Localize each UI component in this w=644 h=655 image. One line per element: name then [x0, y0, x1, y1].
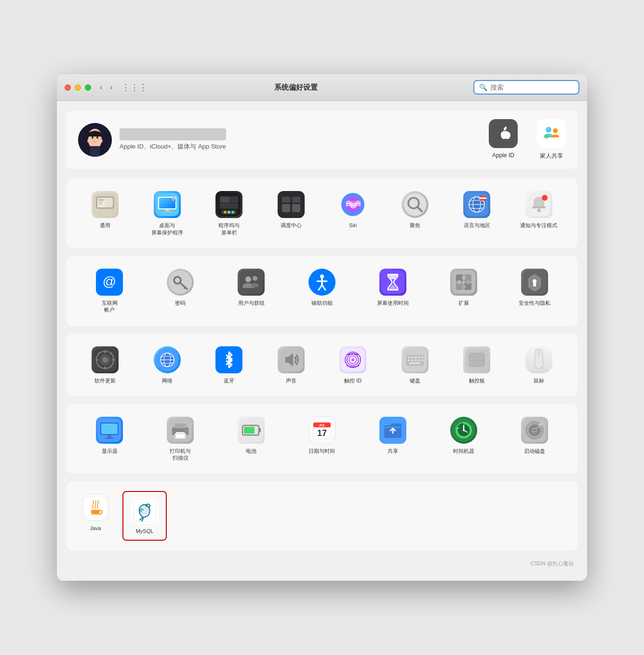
svg-point-6 — [553, 128, 558, 133]
desktop-item[interactable]: 桌面与屏幕保护程序 — [138, 188, 197, 239]
svg-rect-13 — [98, 202, 103, 203]
trackpad-icon — [463, 346, 490, 373]
svg-rect-26 — [220, 197, 230, 203]
java-item[interactable]: Java — [76, 491, 115, 540]
svg-rect-121 — [469, 353, 484, 367]
back-button[interactable]: ‹ — [97, 82, 105, 93]
notify-icon — [525, 191, 552, 218]
svg-rect-110 — [411, 356, 414, 358]
sharing-item[interactable]: 共享 — [359, 414, 426, 464]
notify-item[interactable]: 通知与专注模式 — [510, 188, 568, 239]
display-item[interactable]: 显示器 — [76, 414, 143, 464]
ext-item[interactable]: 扩展 — [430, 266, 497, 316]
printer-item[interactable]: 打印机与扫描仪 — [147, 414, 214, 464]
svg-rect-83 — [533, 283, 536, 287]
timemachine-item[interactable]: 时间机器 — [430, 414, 497, 464]
apple-id-item[interactable]: Apple ID — [489, 119, 518, 160]
startup-label: 启动磁盘 — [524, 448, 545, 454]
printer-label: 打印机与扫描仪 — [170, 448, 191, 462]
password-item[interactable]: 密码 — [147, 266, 214, 316]
bluetooth-icon — [215, 346, 242, 373]
keyboard-item[interactable]: 键盘 — [386, 343, 444, 387]
trackpad-label: 触控板 — [469, 377, 485, 384]
mysql-label: MySQL — [136, 528, 154, 534]
minimize-button[interactable] — [75, 84, 81, 91]
search-input[interactable] — [490, 83, 574, 91]
close-button[interactable] — [65, 84, 71, 91]
language-item[interactable]: 语言与地区 — [448, 188, 506, 239]
bluetooth-item[interactable]: 蓝牙 — [200, 343, 258, 387]
software-icon — [92, 346, 119, 373]
window-title: 系统偏好设置 — [124, 83, 468, 92]
timemachine-label: 时间机器 — [453, 448, 474, 454]
forward-button[interactable]: › — [107, 82, 115, 93]
svg-rect-35 — [292, 197, 300, 203]
sharing-label: 共享 — [388, 448, 398, 454]
spotlight-icon — [402, 191, 429, 218]
dock-item[interactable]: 程序坞与菜单栏 — [200, 188, 258, 239]
svg-point-63 — [245, 276, 251, 282]
svg-rect-161 — [539, 423, 543, 425]
svg-rect-2 — [90, 146, 100, 157]
family-sharing-item[interactable]: 家人共享 — [537, 119, 566, 160]
battery-item[interactable]: 电池 — [218, 414, 285, 464]
timemachine-icon — [450, 417, 477, 444]
keyboard-label: 键盘 — [410, 377, 420, 384]
svg-rect-136 — [176, 434, 185, 438]
section-1: 通用 — [67, 178, 577, 248]
svg-rect-109 — [408, 356, 410, 358]
sound-item[interactable]: 声音 — [262, 343, 321, 387]
profile-right: Apple ID 家人共享 — [489, 119, 566, 160]
svg-rect-114 — [408, 359, 410, 361]
datetime-item[interactable]: JUL 17 日期与时间 — [289, 414, 356, 464]
desktop-icon — [154, 191, 181, 218]
svg-point-106 — [351, 358, 354, 361]
mysql-item[interactable]: MySQL — [125, 494, 164, 537]
network-item[interactable]: 网络 — [138, 343, 197, 387]
svg-rect-119 — [409, 362, 421, 364]
touchid-item[interactable]: 触控 ID — [324, 343, 382, 387]
svg-point-53 — [537, 209, 540, 212]
screentime-item[interactable]: 屏幕使用时间 — [359, 266, 426, 316]
fullscreen-button[interactable] — [85, 84, 91, 91]
svg-rect-88 — [104, 350, 106, 353]
profile-section[interactable]: ██████ Apple ID、iCloud+、媒体与 App Store Ap… — [67, 110, 577, 169]
password-label: 密码 — [175, 300, 186, 306]
siri-icon — [339, 191, 366, 218]
svg-rect-118 — [421, 359, 423, 361]
internet-item[interactable]: @ 互联网帐户 — [76, 266, 143, 316]
svg-point-31 — [228, 211, 230, 214]
mission-item[interactable]: 调度中心 — [262, 188, 321, 239]
mouse-item[interactable]: 鼠标 — [510, 343, 568, 387]
svg-rect-50 — [480, 199, 486, 201]
svg-point-82 — [533, 279, 537, 283]
language-icon — [463, 191, 490, 218]
svg-rect-90 — [95, 359, 98, 361]
security-icon — [521, 269, 548, 296]
users-item[interactable]: 用户与群组 — [218, 266, 285, 316]
svg-point-154 — [463, 429, 465, 431]
system-preferences-window: ‹ › ⋮⋮⋮ 系统偏好设置 🔍 — [57, 74, 587, 580]
svg-rect-130 — [105, 437, 114, 439]
security-item[interactable]: 安全性与隐私 — [501, 266, 568, 316]
svg-rect-19 — [165, 209, 169, 211]
access-item[interactable]: 辅助功能 — [289, 266, 356, 316]
avatar — [78, 123, 112, 157]
startup-item[interactable]: 启动磁盘 — [501, 414, 568, 464]
svg-rect-111 — [415, 356, 417, 358]
siri-item[interactable]: Siri — [324, 188, 382, 239]
svg-rect-140 — [259, 428, 261, 432]
datetime-label: 日期与时间 — [309, 448, 335, 454]
search-bar[interactable]: 🔍 — [473, 80, 579, 95]
screentime-icon — [379, 269, 406, 296]
software-item[interactable]: 软件更新 — [76, 343, 134, 387]
touchid-label: 触控 ID — [344, 377, 362, 384]
battery-label: 电池 — [246, 448, 256, 454]
trackpad-item[interactable]: 触控板 — [448, 343, 506, 387]
general-item[interactable]: 通用 — [76, 188, 134, 239]
apple-id-icon — [489, 119, 518, 148]
nav-buttons: ‹ › — [97, 82, 116, 93]
svg-rect-128 — [101, 423, 118, 434]
spotlight-item[interactable]: 聚焦 — [386, 188, 444, 239]
svg-rect-27 — [231, 197, 238, 203]
